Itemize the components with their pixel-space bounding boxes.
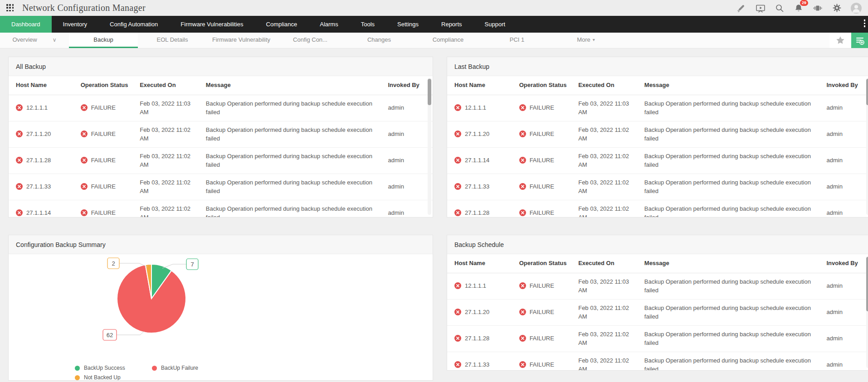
host-cell-text: 27.1.1.28: [465, 209, 489, 216]
user-avatar[interactable]: [851, 3, 862, 14]
executed-cell: Feb 03, 2022 11:02 AM: [575, 299, 641, 325]
failure-icon: [16, 104, 23, 111]
table-row[interactable]: 27.1.1.20FAILUREFeb 03, 2022 11:02 AMBac…: [9, 121, 433, 147]
table-row[interactable]: 27.1.1.14FAILUREFeb 03, 2022 11:02 AMBac…: [447, 147, 868, 174]
subnav-tab-eol-details[interactable]: EOL Details: [138, 33, 207, 48]
invoked-cell-text: admin: [827, 209, 843, 216]
message-cell: Backup Operation performed during backup…: [641, 121, 823, 147]
overflow-menu-icon[interactable]: [864, 19, 866, 27]
search-icon[interactable]: [775, 3, 785, 13]
message-cell: Backup Operation performed during backup…: [641, 147, 823, 174]
table-row[interactable]: 27.1.1.33FAILUREFeb 03, 2022 11:02 AMBac…: [447, 352, 868, 371]
nav-tab-support[interactable]: Support: [473, 16, 517, 33]
nav-tab-tools[interactable]: Tools: [350, 16, 386, 33]
scrollbar-thumb[interactable]: [428, 79, 431, 105]
message-cell: Backup Operation performed during backup…: [641, 95, 823, 121]
status-cell: FAILURE: [77, 121, 137, 147]
table-row[interactable]: 27.1.1.33FAILUREFeb 03, 2022 11:02 AMBac…: [447, 174, 868, 200]
scrollbar-thumb[interactable]: [866, 79, 868, 105]
legend-dot: [75, 375, 80, 380]
table-row[interactable]: 27.1.1.28FAILUREFeb 03, 2022 11:02 AMBac…: [9, 147, 433, 174]
panel-title-text: Backup Schedule: [454, 241, 504, 248]
scrollbar[interactable]: [428, 78, 431, 215]
table-row[interactable]: 27.1.1.20FAILUREFeb 03, 2022 11:02 AMBac…: [447, 121, 868, 147]
message-cell-text: Backup Operation performed during backup…: [644, 179, 811, 195]
table-row[interactable]: 27.1.1.33FAILUREFeb 03, 2022 11:02 AMBac…: [9, 174, 433, 200]
table-row[interactable]: 27.1.1.20FAILUREFeb 03, 2022 11:02 AMBac…: [447, 299, 868, 325]
failure-icon: [81, 209, 88, 216]
executed-cell-text: Feb 03, 2022 11:02 AM: [578, 179, 629, 195]
rocket-icon[interactable]: [736, 3, 746, 13]
subnav-tab-pci-1[interactable]: PCI 1: [483, 33, 551, 48]
subnav-tab-firmware-vulnerability[interactable]: Firmware Vulnerability: [207, 33, 276, 48]
pie-chart-canvas: 2762: [9, 254, 433, 359]
nav-tab-firmware-vulnerabilities[interactable]: Firmware Vulnerabilities: [169, 16, 254, 33]
table-row[interactable]: 12.1.1.1FAILUREFeb 03, 2022 11:03 AMBack…: [9, 95, 433, 121]
subnav-tab-compliance[interactable]: Compliance: [414, 33, 483, 48]
host-cell: 12.1.1.1: [447, 273, 516, 299]
table-row[interactable]: 12.1.1.1FAILUREFeb 03, 2022 11:03 AMBack…: [447, 273, 868, 299]
status-cell: FAILURE: [516, 200, 575, 218]
nav-tab-reports[interactable]: Reports: [430, 16, 473, 33]
host-cell: 27.1.1.20: [9, 121, 77, 147]
subnav-tab-overview[interactable]: Overview∨: [0, 33, 69, 48]
message-cell: Backup Operation performed during backup…: [641, 174, 823, 200]
status-cell-text: FAILURE: [530, 335, 554, 342]
chevron-down-icon: ▾: [593, 37, 595, 42]
status-cell: FAILURE: [516, 147, 575, 174]
legend-item-not-backed-up[interactable]: Not Backed Up: [75, 374, 152, 381]
message-cell: Backup Operation performed during backup…: [202, 147, 385, 174]
host-cell-text: 27.1.1.28: [26, 157, 51, 164]
table-row[interactable]: 27.1.1.14FAILUREFeb 03, 2022 11:02 AMBac…: [9, 200, 433, 218]
add-dashboard-button[interactable]: [851, 33, 868, 48]
message-cell-text: Backup Operation performed during backup…: [644, 100, 811, 116]
nav-tab-settings[interactable]: Settings: [386, 16, 430, 33]
column-header-message: Message: [641, 76, 823, 95]
invoked-cell-text: admin: [827, 335, 843, 342]
scrollbar[interactable]: [866, 256, 868, 368]
column-header-operation-status: Operation Status: [516, 254, 575, 273]
message-cell: Backup Operation performed during backup…: [202, 200, 385, 218]
nav-tab-dashboard[interactable]: Dashboard: [0, 16, 52, 33]
subnav-tab-label: PCI 1: [510, 36, 525, 43]
panel-title-all-backup: All Backup: [9, 57, 433, 76]
column-header-operation-status: Operation Status: [516, 76, 575, 95]
scrollbar-thumb[interactable]: [866, 257, 868, 311]
failure-icon: [519, 183, 526, 190]
legend-item-backup-failure[interactable]: BackUp Failure: [152, 365, 433, 371]
subnav-tab-changes[interactable]: Changes: [345, 33, 414, 48]
invoked-cell-text: admin: [388, 157, 404, 164]
executed-cell: Feb 03, 2022 11:02 AM: [136, 147, 202, 174]
table-row[interactable]: 27.1.1.28FAILUREFeb 03, 2022 11:02 AMBac…: [447, 200, 868, 218]
nav-tab-inventory[interactable]: Inventory: [52, 16, 98, 33]
invoked-cell: admin: [823, 147, 868, 174]
subnav-tab-more[interactable]: More▾: [551, 33, 620, 48]
status-cell-text: FAILURE: [530, 131, 554, 137]
sub-nav: Overview∨BackupEOL DetailsFirmware Vulne…: [0, 33, 868, 48]
demo-video-icon[interactable]: [756, 3, 766, 13]
message-cell-text: Backup Operation performed during backup…: [206, 179, 372, 195]
subnav-tab-config-con[interactable]: Config Con...: [276, 33, 345, 48]
invoked-cell: admin: [823, 121, 868, 147]
host-cell: 27.1.1.33: [9, 174, 77, 200]
favorite-star-icon[interactable]: [829, 33, 851, 48]
nav-tab-compliance[interactable]: Compliance: [255, 16, 309, 33]
table-row[interactable]: 27.1.1.28FAILUREFeb 03, 2022 11:02 AMBac…: [447, 325, 868, 352]
executed-cell-text: Feb 03, 2022 11:02 AM: [140, 179, 190, 195]
status-cell: FAILURE: [516, 95, 575, 121]
app-launcher-icon[interactable]: [6, 4, 14, 12]
settings-gear-icon[interactable]: [832, 3, 842, 13]
legend-item-backup-success[interactable]: BackUp Success: [75, 365, 152, 371]
notifications-bell-icon[interactable]: 29: [794, 3, 804, 13]
scrollbar[interactable]: [866, 78, 868, 215]
data-label-value: 62: [107, 332, 113, 338]
table-row[interactable]: 12.1.1.1FAILUREFeb 03, 2022 11:03 AMBack…: [447, 95, 868, 121]
subnav-tab-backup[interactable]: Backup: [69, 33, 138, 48]
nav-tab-alarms[interactable]: Alarms: [308, 16, 349, 33]
sub-nav-tabs: Overview∨BackupEOL DetailsFirmware Vulne…: [0, 33, 620, 48]
devices-icon[interactable]: [813, 3, 823, 13]
status-cell: FAILURE: [516, 299, 575, 325]
executed-cell: Feb 03, 2022 11:03 AM: [575, 273, 641, 299]
nav-tab-config-automation[interactable]: Config Automation: [98, 16, 169, 33]
failure-icon: [16, 131, 23, 137]
